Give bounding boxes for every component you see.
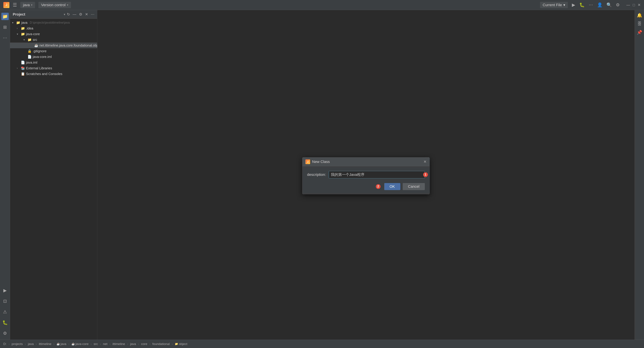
collapse-icon[interactable]: —: [72, 12, 76, 16]
src-folder-icon: 📁: [28, 38, 32, 42]
fo-java-icon: ☕: [34, 43, 38, 47]
sync-icon[interactable]: ↻: [67, 12, 70, 16]
activity-structure-icon[interactable]: ⊞: [1, 23, 9, 31]
tree-item-idea[interactable]: › 📁 .idea: [10, 25, 97, 31]
activity-bar: 📁 ⊞ ⋯ ▶ ⊡ ⚠ 🐛 ⚙: [0, 10, 10, 340]
scratch-icon: 📋: [21, 72, 25, 76]
breadcrumb-ittimeline-1[interactable]: ittimeline: [39, 342, 51, 346]
breadcrumb-src[interactable]: src: [94, 342, 98, 346]
dialog-close-button[interactable]: ✕: [424, 160, 426, 164]
java-root-folder-icon: 📁: [16, 21, 20, 25]
run-config-dropdown[interactable]: Current File ▾: [540, 2, 568, 8]
src-arrow: ▾: [24, 38, 26, 41]
sep-2: ›: [25, 342, 26, 346]
more-icon[interactable]: ⋯: [589, 2, 593, 7]
maximize-button[interactable]: □: [633, 3, 635, 7]
profile-icon[interactable]: 👤: [597, 2, 602, 7]
main-layout: 📁 ⊞ ⋯ ▶ ⊡ ⚠ 🐛 ⚙ Project ▾ ↻ — ⚙ ✕ ⋯: [0, 10, 644, 340]
breadcrumb-java-module[interactable]: ☕ java: [56, 342, 66, 346]
breadcrumb-projects[interactable]: projects: [12, 342, 23, 346]
java-core-label: java-core: [26, 32, 40, 36]
activity-project-icon[interactable]: 📁: [1, 13, 9, 20]
breadcrumb-object[interactable]: 📁 object: [175, 342, 187, 346]
tree-item-java-core-iml[interactable]: 📄 java-core.iml: [10, 54, 97, 60]
sep-6: ›: [90, 342, 92, 346]
description-input-wrapper: 1: [329, 171, 425, 178]
database-icon[interactable]: 🗄: [637, 21, 642, 26]
tree-item-java-iml[interactable]: 📄 java.iml: [10, 60, 97, 65]
version-control-label: Version control: [41, 3, 66, 7]
version-control-arrow: ▾: [67, 3, 68, 6]
pin-icon[interactable]: 📌: [637, 30, 642, 35]
sep-7: ›: [100, 342, 101, 346]
activity-problems-icon[interactable]: ⚠: [1, 308, 9, 316]
minimize-button[interactable]: —: [626, 3, 630, 7]
breadcrumb-java-core-module[interactable]: ☕ java-core: [72, 342, 88, 346]
breadcrumb-ittimeline-2[interactable]: ittimeline: [112, 342, 125, 346]
ext-lib-icon: 📚: [21, 66, 25, 70]
java-label: java: [23, 3, 30, 7]
ok-button[interactable]: OK: [384, 183, 400, 190]
java-badge-icon: ☕: [56, 342, 60, 346]
dialog-title: New Class: [312, 160, 422, 164]
breadcrumb-java-2[interactable]: java: [130, 342, 136, 346]
tree-item-src[interactable]: ▾ 📁 src: [10, 37, 97, 42]
ext-arrow: ›: [17, 67, 20, 70]
sep-9: ›: [127, 342, 128, 346]
settings-sidebar-icon[interactable]: ⚙: [79, 12, 82, 16]
main-content: Search Everywhere Double Shift Go to Fil…: [97, 10, 634, 340]
dialog-title-bar: J New Class ✕: [302, 158, 430, 166]
activity-debug-icon[interactable]: 🐛: [1, 319, 9, 326]
project-tree: ▾ 📁 java D:\projects\java\ittimeline\jav…: [10, 19, 97, 340]
activity-run-icon[interactable]: ▶: [1, 287, 9, 294]
activity-more-icon[interactable]: ⋯: [1, 34, 9, 41]
breadcrumb-d[interactable]: D:: [3, 342, 6, 346]
sep-8: ›: [109, 342, 110, 346]
run-icon[interactable]: ▶: [572, 2, 575, 7]
description-input[interactable]: [329, 171, 425, 178]
hamburger-icon[interactable]: ☰: [13, 2, 17, 8]
activity-services-icon[interactable]: ⚙: [1, 330, 9, 337]
cancel-button[interactable]: Cancel: [403, 183, 425, 190]
app-logo: J: [3, 2, 10, 8]
tree-item-external-libraries[interactable]: › 📚 External Libraries: [10, 65, 97, 71]
dialog-app-logo: J: [306, 160, 310, 164]
breadcrumb-foundational[interactable]: foundational: [152, 342, 170, 346]
sidebar-title-arrow[interactable]: ▾: [64, 12, 65, 16]
idea-arrow: ›: [17, 27, 20, 30]
breadcrumb-core[interactable]: core: [141, 342, 147, 346]
more-sidebar-icon[interactable]: ⋯: [91, 12, 94, 16]
sep-3: ›: [36, 342, 37, 346]
sep-11: ›: [149, 342, 150, 346]
breadcrumb-java-1[interactable]: java: [28, 342, 34, 346]
tree-item-scratches[interactable]: 📋 Scratches and Consoles: [10, 71, 97, 77]
activity-bottom-icons: ▶ ⊡ ⚠ 🐛 ⚙: [1, 287, 9, 337]
gitignore-label: .gitignore: [33, 49, 46, 53]
sep-12: ›: [172, 342, 173, 346]
src-label: src: [33, 38, 37, 42]
tree-item-gitignore[interactable]: 🔒 .gitignore: [10, 48, 97, 54]
java-core-folder-icon: 📁: [21, 32, 25, 36]
close-sidebar-icon[interactable]: ✕: [85, 12, 88, 16]
close-button[interactable]: ✕: [638, 3, 641, 7]
ext-lib-label: External Libraries: [26, 66, 52, 70]
tree-item-java-root[interactable]: ▾ 📁 java D:\projects\java\ittimeline\jav…: [10, 20, 97, 25]
status-bar: D: › projects › java › ittimeline › ☕ ja…: [0, 340, 644, 348]
version-control-dropdown[interactable]: Version control ▾: [38, 2, 71, 8]
search-icon[interactable]: 🔍: [606, 2, 612, 7]
java-dropdown[interactable]: java ▾: [20, 2, 35, 8]
dialog-form-row: description: 1: [307, 171, 425, 178]
breadcrumb-net[interactable]: net: [103, 342, 107, 346]
debug-icon[interactable]: 🐛: [579, 2, 585, 7]
tree-item-foundational-object[interactable]: ☕ net.ittimeline.java.core.foundational.…: [10, 42, 97, 48]
java-iml-icon: 📄: [21, 60, 25, 64]
notifications-icon[interactable]: 🔔: [637, 13, 642, 18]
object-folder-icon: 📁: [175, 342, 178, 346]
activity-terminal-icon[interactable]: ⊡: [1, 297, 9, 305]
settings-icon[interactable]: ⚙: [616, 2, 620, 7]
dialog-body: description: 1 2 OK Cancel: [302, 166, 430, 194]
tree-item-java-core[interactable]: ▾ 📁 java-core: [10, 31, 97, 37]
new-class-dialog: J New Class ✕ description: 1 2 OK: [302, 157, 430, 194]
title-bar: J ☰ java ▾ Version control ▾ Current Fil…: [0, 0, 644, 10]
java-iml-label: java.iml: [26, 61, 38, 64]
